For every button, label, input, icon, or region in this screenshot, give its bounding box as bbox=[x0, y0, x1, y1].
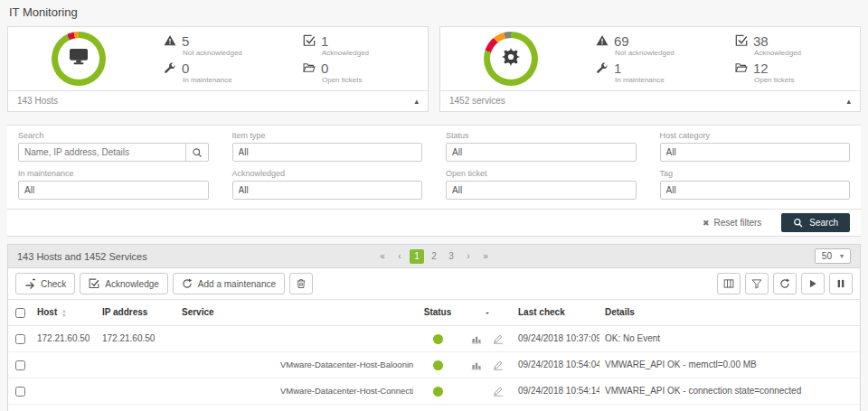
gear-icon bbox=[501, 47, 521, 70]
add-maintenance-label: Add a maintenance bbox=[198, 279, 276, 289]
pagination-item[interactable]: ‹ bbox=[392, 249, 407, 264]
edit-icon[interactable] bbox=[493, 386, 504, 397]
open-ticket-select[interactable] bbox=[446, 181, 637, 200]
tag-select[interactable] bbox=[660, 181, 851, 200]
in-maintenance-select[interactable] bbox=[18, 181, 209, 200]
check-square-icon bbox=[303, 34, 316, 47]
pagination-item[interactable]: 3 bbox=[444, 249, 458, 264]
pagination-item[interactable]: 2 bbox=[427, 249, 441, 264]
hosts-stats: 5 Not acknowledged 1 Acknowledged bbox=[164, 34, 419, 84]
service-cell: VMware-Datacenter-Host-CPU bbox=[176, 404, 413, 411]
filter-status: Status bbox=[446, 131, 637, 162]
stat-in-maintenance: 0 In maintenance bbox=[164, 61, 279, 84]
hosts-status-donut[interactable] bbox=[52, 32, 106, 86]
details-column-header[interactable]: Details bbox=[599, 300, 860, 325]
filter-button[interactable] bbox=[745, 273, 769, 294]
stat-label: Acknowledged bbox=[754, 49, 851, 57]
status-column-header[interactable]: Status bbox=[413, 300, 462, 325]
summary-cards: 5 Not acknowledged 1 Acknowledged bbox=[7, 26, 861, 112]
host-column-header[interactable]: Host▴▾ bbox=[32, 300, 97, 325]
graph-icon[interactable] bbox=[471, 360, 482, 370]
last-check-column-header[interactable]: Last check bbox=[513, 300, 599, 325]
service-column-header[interactable]: Service bbox=[176, 300, 413, 325]
search-icon bbox=[793, 218, 803, 228]
acknowledge-button[interactable]: Acknowledge bbox=[80, 273, 167, 294]
search-icon-button[interactable] bbox=[185, 143, 209, 162]
host-cell bbox=[32, 378, 97, 404]
donut-center bbox=[58, 38, 99, 79]
stat-value: 69 bbox=[614, 34, 629, 48]
details-cell: OK: No Event bbox=[599, 325, 860, 351]
stat-not-acknowledged: 5 Not acknowledged bbox=[164, 34, 279, 57]
run-check-icon bbox=[24, 278, 35, 289]
trash-icon bbox=[296, 278, 307, 289]
delete-button[interactable] bbox=[289, 273, 313, 294]
service-cell: VMware-Datacenter-Host-Balooning bbox=[176, 351, 413, 378]
row-checkbox[interactable] bbox=[15, 360, 25, 370]
search-input[interactable] bbox=[18, 143, 209, 162]
refresh-button[interactable] bbox=[773, 273, 797, 294]
filter-label: Tag bbox=[660, 169, 851, 178]
filter-actions-row: ✖ Reset filters Search bbox=[7, 210, 861, 237]
columns-button[interactable] bbox=[717, 273, 741, 294]
collapse-caret-icon[interactable]: ▴ bbox=[414, 97, 419, 106]
ip-column-header[interactable]: IP address bbox=[97, 300, 176, 325]
play-icon bbox=[807, 278, 818, 289]
pagination-item[interactable]: » bbox=[478, 249, 493, 264]
host-category-select[interactable] bbox=[660, 143, 851, 162]
sort-icon[interactable]: ▴▾ bbox=[62, 309, 65, 318]
collapse-caret-icon[interactable]: ▴ bbox=[846, 97, 851, 106]
filters-panel: Search Item type Status Host category In… bbox=[7, 125, 861, 210]
select-all-checkbox[interactable] bbox=[15, 308, 25, 318]
table-row[interactable]: VMware-Datacenter-Host-Balooning 09/24/2… bbox=[8, 351, 860, 378]
stat-label: Not acknowledged bbox=[615, 49, 712, 57]
stat-open-tickets: 12 Open tickets bbox=[735, 61, 851, 84]
last-check-cell: 09/24/2018 10:54:04 bbox=[513, 404, 599, 411]
table-row[interactable]: VMware-Datacenter-Host-ConnectionState 0… bbox=[8, 378, 860, 404]
search-submit-button[interactable]: Search bbox=[781, 213, 850, 232]
filter-item-type: Item type bbox=[232, 131, 423, 162]
search-submit-label: Search bbox=[809, 218, 838, 228]
pagination-item[interactable]: « bbox=[375, 249, 390, 264]
add-maintenance-button[interactable]: Add a maintenance bbox=[173, 273, 285, 294]
funnel-icon bbox=[751, 278, 762, 289]
row-checkbox[interactable] bbox=[15, 334, 25, 344]
stat-not-acknowledged: 69 Not acknowledged bbox=[596, 34, 712, 57]
services-summary-card: 69 Not acknowledged 38 Acknowledged bbox=[439, 26, 861, 112]
page-title: IT Monitoring bbox=[9, 5, 861, 19]
check-button[interactable]: Check bbox=[15, 273, 75, 294]
ip-cell bbox=[97, 378, 176, 404]
edit-icon[interactable] bbox=[493, 333, 504, 344]
page-size-select[interactable]: 50 ▾ bbox=[815, 248, 851, 264]
graph-icon[interactable] bbox=[471, 333, 482, 344]
edit-icon[interactable] bbox=[493, 360, 504, 370]
status-select[interactable] bbox=[446, 143, 637, 162]
item-type-select[interactable] bbox=[232, 143, 423, 162]
pagination: «‹123›» bbox=[375, 249, 493, 264]
table-row[interactable]: VMware-Datacenter-Host-CPU 09/24/2018 10… bbox=[8, 404, 860, 411]
pause-button[interactable] bbox=[829, 273, 853, 294]
pause-icon bbox=[835, 278, 846, 289]
results-titlebar: 143 Hosts and 1452 Services «‹123›» 50 ▾ bbox=[8, 245, 860, 268]
services-status-donut[interactable] bbox=[484, 32, 538, 86]
table-header-row: Host▴▾ IP address Service Status - Last … bbox=[8, 300, 860, 325]
acknowledged-select[interactable] bbox=[232, 181, 423, 200]
close-icon: ✖ bbox=[703, 219, 710, 228]
status-dot bbox=[433, 360, 443, 370]
table-row[interactable]: 172.21.60.50 172.21.60.50 09/24/2018 10:… bbox=[8, 325, 860, 351]
row-checkbox[interactable] bbox=[15, 387, 25, 397]
refresh-icon bbox=[182, 278, 193, 289]
reset-filters-label: Reset filters bbox=[714, 218, 762, 228]
table-body: 172.21.60.50 172.21.60.50 09/24/2018 10:… bbox=[8, 325, 860, 411]
refresh-icon bbox=[779, 278, 790, 289]
last-check-cell: 09/24/2018 10:54:14 bbox=[513, 378, 599, 404]
warning-icon bbox=[596, 34, 609, 47]
reset-filters-button[interactable]: ✖ Reset filters bbox=[697, 217, 767, 229]
filter-label: In maintenance bbox=[18, 169, 209, 178]
stat-value: 38 bbox=[753, 34, 769, 48]
play-button[interactable] bbox=[801, 273, 825, 294]
pagination-item[interactable]: 1 bbox=[410, 249, 424, 264]
check-square-icon bbox=[89, 278, 99, 289]
pagination-item[interactable]: › bbox=[461, 249, 476, 264]
details-cell: VMWARE_API OK - memctl=0.00 MB bbox=[599, 351, 860, 378]
